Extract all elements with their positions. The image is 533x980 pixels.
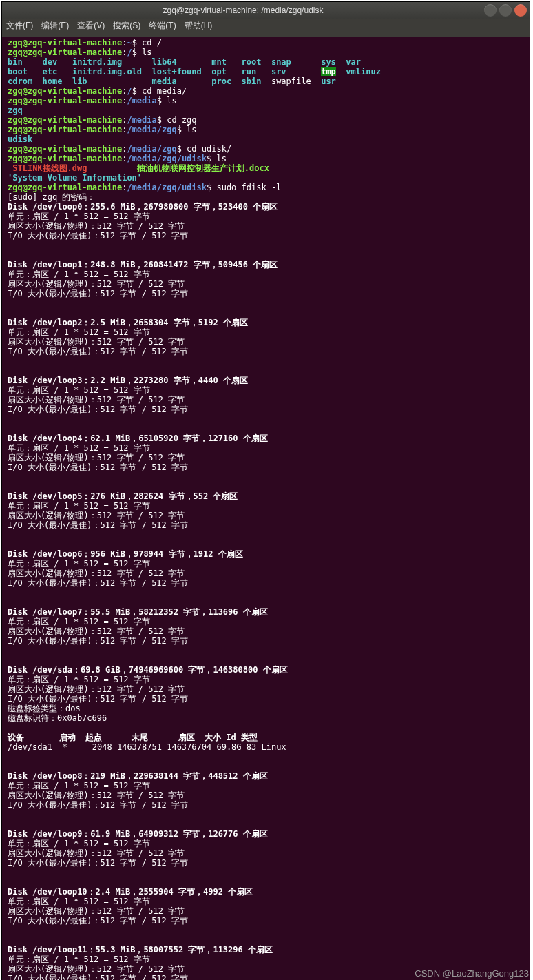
- close-icon[interactable]: [514, 4, 527, 17]
- menubar: 文件(F)编辑(E)查看(V)搜索(S)终端(T)帮助(H): [2, 19, 530, 37]
- terminal-output[interactable]: zgq@zgq-virtual-machine:~$ cd / zgq@zgq-…: [2, 37, 530, 980]
- menu-search[interactable]: 搜索(S): [113, 21, 140, 30]
- menu-help[interactable]: 帮助(H): [185, 21, 213, 30]
- menu-view[interactable]: 查看(V): [77, 21, 105, 30]
- window-title: zgq@zgq-virtual-machine: /media/zgq/udis…: [5, 6, 481, 15]
- menu-terminal[interactable]: 终端(T): [149, 21, 176, 30]
- terminal-window: zgq@zgq-virtual-machine: /media/zgq/udis…: [1, 1, 530, 980]
- watermark: CSDN @LaoZhangGong123: [415, 968, 529, 979]
- titlebar[interactable]: zgq@zgq-virtual-machine: /media/zgq/udis…: [2, 2, 530, 19]
- maximize-icon[interactable]: [499, 4, 512, 17]
- minimize-icon[interactable]: [484, 4, 497, 17]
- menu-edit[interactable]: 编辑(E): [41, 21, 69, 30]
- menu-file[interactable]: 文件(F): [6, 21, 33, 30]
